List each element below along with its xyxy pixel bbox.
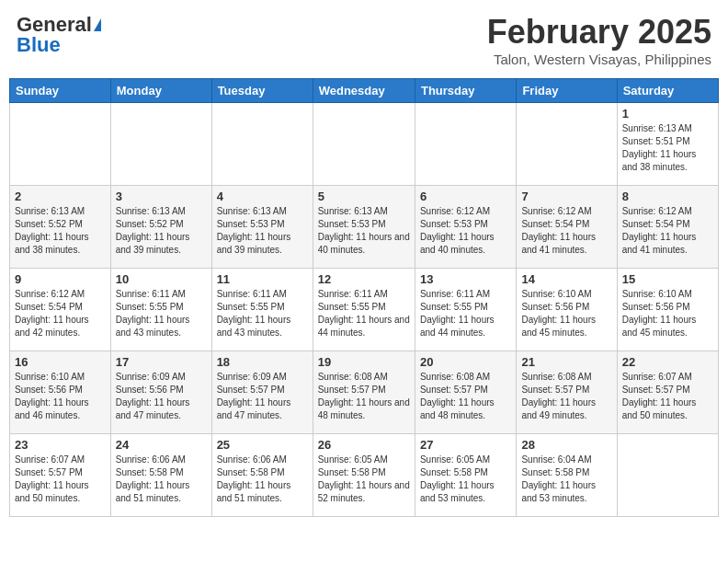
calendar-cell: 12Sunrise: 6:11 AM Sunset: 5:55 PM Dayli… <box>313 269 415 351</box>
calendar-cell: 27Sunrise: 6:05 AM Sunset: 5:58 PM Dayli… <box>415 434 516 517</box>
calendar-cell: 23Sunrise: 6:07 AM Sunset: 5:57 PM Dayli… <box>10 434 111 517</box>
day-number: 27 <box>420 438 511 452</box>
day-info: Sunrise: 6:11 AM Sunset: 5:55 PM Dayligh… <box>217 288 308 339</box>
column-header-saturday: Saturday <box>617 79 718 103</box>
day-number: 5 <box>318 190 410 203</box>
calendar-cell: 9Sunrise: 6:12 AM Sunset: 5:54 PM Daylig… <box>10 269 111 351</box>
calendar-cell: 28Sunrise: 6:04 AM Sunset: 5:58 PM Dayli… <box>517 434 617 517</box>
calendar-cell: 17Sunrise: 6:09 AM Sunset: 5:56 PM Dayli… <box>110 351 211 434</box>
day-info: Sunrise: 6:07 AM Sunset: 5:57 PM Dayligh… <box>15 454 106 505</box>
calendar-cell <box>517 103 617 186</box>
day-number: 19 <box>318 355 410 369</box>
day-number: 26 <box>318 438 410 452</box>
day-info: Sunrise: 6:11 AM Sunset: 5:55 PM Dayligh… <box>420 288 511 339</box>
calendar-cell: 3Sunrise: 6:13 AM Sunset: 5:52 PM Daylig… <box>110 186 211 269</box>
day-info: Sunrise: 6:10 AM Sunset: 5:56 PM Dayligh… <box>521 288 611 339</box>
day-number: 22 <box>622 355 713 369</box>
day-info: Sunrise: 6:05 AM Sunset: 5:58 PM Dayligh… <box>318 454 410 505</box>
calendar-cell: 7Sunrise: 6:12 AM Sunset: 5:54 PM Daylig… <box>517 186 617 269</box>
day-info: Sunrise: 6:11 AM Sunset: 5:55 PM Dayligh… <box>318 288 410 339</box>
day-number: 17 <box>116 355 207 369</box>
day-info: Sunrise: 6:06 AM Sunset: 5:58 PM Dayligh… <box>116 454 207 505</box>
calendar-cell: 21Sunrise: 6:08 AM Sunset: 5:57 PM Dayli… <box>517 351 617 434</box>
day-number: 9 <box>15 272 106 286</box>
calendar-table: SundayMondayTuesdayWednesdayThursdayFrid… <box>9 78 719 517</box>
day-number: 18 <box>217 355 308 369</box>
day-number: 3 <box>116 190 207 203</box>
day-info: Sunrise: 6:04 AM Sunset: 5:58 PM Dayligh… <box>521 454 611 505</box>
day-info: Sunrise: 6:13 AM Sunset: 5:52 PM Dayligh… <box>15 205 106 257</box>
day-info: Sunrise: 6:12 AM Sunset: 5:54 PM Dayligh… <box>622 205 713 257</box>
day-info: Sunrise: 6:12 AM Sunset: 5:54 PM Dayligh… <box>521 205 611 257</box>
day-info: Sunrise: 6:09 AM Sunset: 5:57 PM Dayligh… <box>217 371 308 422</box>
day-number: 6 <box>420 190 511 203</box>
day-info: Sunrise: 6:12 AM Sunset: 5:54 PM Dayligh… <box>15 288 106 339</box>
calendar-cell <box>10 103 111 186</box>
day-info: Sunrise: 6:13 AM Sunset: 5:53 PM Dayligh… <box>217 205 308 257</box>
calendar-cell: 11Sunrise: 6:11 AM Sunset: 5:55 PM Dayli… <box>211 269 313 351</box>
calendar-cell: 5Sunrise: 6:13 AM Sunset: 5:53 PM Daylig… <box>313 186 415 269</box>
title-area: February 2025 Talon, Western Visayas, Ph… <box>487 13 711 67</box>
day-info: Sunrise: 6:08 AM Sunset: 5:57 PM Dayligh… <box>521 371 611 422</box>
column-header-wednesday: Wednesday <box>313 79 415 103</box>
calendar-cell: 1Sunrise: 6:13 AM Sunset: 5:51 PM Daylig… <box>617 103 718 186</box>
calendar-cell: 15Sunrise: 6:10 AM Sunset: 5:56 PM Dayli… <box>617 269 718 351</box>
day-number: 8 <box>622 190 713 203</box>
day-info: Sunrise: 6:12 AM Sunset: 5:53 PM Dayligh… <box>420 205 511 257</box>
day-info: Sunrise: 6:09 AM Sunset: 5:56 PM Dayligh… <box>116 371 207 422</box>
calendar-cell: 20Sunrise: 6:08 AM Sunset: 5:57 PM Dayli… <box>415 351 516 434</box>
calendar-cell: 14Sunrise: 6:10 AM Sunset: 5:56 PM Dayli… <box>517 269 617 351</box>
calendar-cell: 16Sunrise: 6:10 AM Sunset: 5:56 PM Dayli… <box>10 351 111 434</box>
calendar-cell <box>617 434 718 517</box>
calendar-week-3: 9Sunrise: 6:12 AM Sunset: 5:54 PM Daylig… <box>10 269 719 351</box>
day-number: 23 <box>15 438 106 452</box>
page-header: General Blue February 2025 Talon, Wester… <box>9 9 719 71</box>
column-header-tuesday: Tuesday <box>211 79 313 103</box>
calendar-cell: 13Sunrise: 6:11 AM Sunset: 5:55 PM Dayli… <box>415 269 516 351</box>
day-info: Sunrise: 6:10 AM Sunset: 5:56 PM Dayligh… <box>15 371 106 422</box>
calendar-cell: 6Sunrise: 6:12 AM Sunset: 5:53 PM Daylig… <box>415 186 516 269</box>
day-number: 16 <box>15 355 106 369</box>
location-subtitle: Talon, Western Visayas, Philippines <box>487 52 711 67</box>
day-number: 7 <box>521 190 611 203</box>
calendar-cell: 19Sunrise: 6:08 AM Sunset: 5:57 PM Dayli… <box>313 351 415 434</box>
day-info: Sunrise: 6:08 AM Sunset: 5:57 PM Dayligh… <box>420 371 511 422</box>
day-number: 25 <box>217 438 308 452</box>
calendar-cell: 8Sunrise: 6:12 AM Sunset: 5:54 PM Daylig… <box>617 186 718 269</box>
column-header-monday: Monday <box>110 79 211 103</box>
calendar-cell: 18Sunrise: 6:09 AM Sunset: 5:57 PM Dayli… <box>211 351 313 434</box>
calendar-cell <box>211 103 313 186</box>
day-number: 15 <box>622 272 713 286</box>
calendar-cell <box>415 103 516 186</box>
logo: General Blue <box>17 13 101 57</box>
column-header-sunday: Sunday <box>10 79 111 103</box>
calendar-week-1: 1Sunrise: 6:13 AM Sunset: 5:51 PM Daylig… <box>10 103 719 186</box>
calendar-cell: 22Sunrise: 6:07 AM Sunset: 5:57 PM Dayli… <box>617 351 718 434</box>
day-info: Sunrise: 6:06 AM Sunset: 5:58 PM Dayligh… <box>217 454 308 505</box>
day-number: 14 <box>521 272 611 286</box>
month-year-title: February 2025 <box>487 13 711 52</box>
calendar-week-5: 23Sunrise: 6:07 AM Sunset: 5:57 PM Dayli… <box>10 434 719 517</box>
day-info: Sunrise: 6:13 AM Sunset: 5:51 PM Dayligh… <box>622 122 713 174</box>
logo-blue: Blue <box>17 33 61 57</box>
day-number: 12 <box>318 272 410 286</box>
calendar-cell: 10Sunrise: 6:11 AM Sunset: 5:55 PM Dayli… <box>110 269 211 351</box>
calendar-cell: 2Sunrise: 6:13 AM Sunset: 5:52 PM Daylig… <box>10 186 111 269</box>
day-number: 28 <box>521 438 611 452</box>
day-number: 11 <box>217 272 308 286</box>
calendar-cell: 24Sunrise: 6:06 AM Sunset: 5:58 PM Dayli… <box>110 434 211 517</box>
calendar-header-row: SundayMondayTuesdayWednesdayThursdayFrid… <box>10 79 719 103</box>
day-number: 13 <box>420 272 511 286</box>
column-header-friday: Friday <box>517 79 617 103</box>
day-info: Sunrise: 6:08 AM Sunset: 5:57 PM Dayligh… <box>318 371 410 422</box>
logo-triangle-icon <box>94 18 101 31</box>
day-info: Sunrise: 6:13 AM Sunset: 5:53 PM Dayligh… <box>318 205 410 257</box>
day-number: 20 <box>420 355 511 369</box>
day-info: Sunrise: 6:10 AM Sunset: 5:56 PM Dayligh… <box>622 288 713 339</box>
day-number: 21 <box>521 355 611 369</box>
calendar-cell <box>313 103 415 186</box>
day-info: Sunrise: 6:07 AM Sunset: 5:57 PM Dayligh… <box>622 371 713 422</box>
calendar-cell: 25Sunrise: 6:06 AM Sunset: 5:58 PM Dayli… <box>211 434 313 517</box>
calendar-week-2: 2Sunrise: 6:13 AM Sunset: 5:52 PM Daylig… <box>10 186 719 269</box>
day-info: Sunrise: 6:11 AM Sunset: 5:55 PM Dayligh… <box>116 288 207 339</box>
